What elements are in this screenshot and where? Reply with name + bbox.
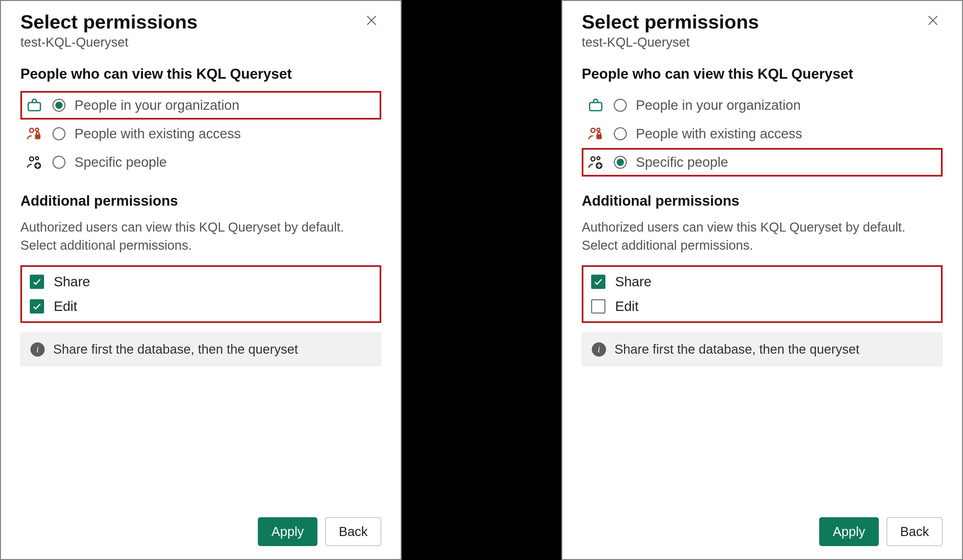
additional-section-desc: Authorized users can view this KQL Query… [20, 218, 381, 254]
option-existing-access[interactable]: People with existing access [20, 120, 381, 148]
back-button[interactable]: Back [887, 517, 943, 546]
svg-point-16 [597, 157, 600, 160]
svg-rect-11 [590, 103, 602, 111]
svg-point-4 [36, 128, 39, 131]
dialog-subtitle: test-KQL-Queryset [582, 35, 759, 50]
info-icon: i [31, 342, 45, 357]
people-add-icon [587, 154, 605, 170]
people-lock-icon [25, 126, 44, 142]
option-people-org[interactable]: People in your organization [20, 91, 381, 120]
option-label: Specific people [636, 154, 728, 170]
close-icon [926, 14, 939, 27]
svg-point-3 [29, 128, 34, 133]
additional-checks: Share Edit [582, 265, 943, 323]
checkbox-input[interactable] [30, 299, 44, 314]
people-section-title: People who can view this KQL Queryset [20, 66, 381, 82]
check-label: Share [54, 274, 90, 290]
radio-input[interactable] [52, 156, 65, 169]
info-text: Share first the database, then the query… [614, 342, 859, 357]
option-label: Specific people [75, 154, 167, 170]
radio-input[interactable] [52, 99, 65, 112]
option-label: People with existing access [636, 126, 802, 142]
additional-checks: Share Edit [20, 265, 381, 323]
dialog-footer: Apply Back [20, 517, 381, 546]
permissions-dialog-left: Select permissions test-KQL-Queryset Peo… [0, 0, 402, 560]
svg-point-12 [591, 128, 595, 133]
dialog-title: Select permissions [582, 11, 759, 33]
svg-point-13 [597, 128, 600, 131]
apply-button[interactable]: Apply [819, 517, 879, 546]
back-button[interactable]: Back [325, 517, 381, 546]
dialog-title: Select permissions [20, 11, 198, 33]
radio-input[interactable] [614, 127, 627, 140]
svg-rect-14 [596, 134, 602, 139]
check-edit[interactable]: Edit [584, 294, 941, 319]
briefcase-icon [587, 97, 605, 113]
info-icon: i [592, 342, 606, 357]
checkbox-input[interactable] [30, 275, 44, 289]
option-existing-access[interactable]: People with existing access [582, 120, 943, 148]
additional-section-title: Additional permissions [582, 193, 943, 209]
svg-rect-5 [35, 134, 41, 139]
svg-point-6 [29, 157, 34, 161]
check-share[interactable]: Share [584, 269, 941, 294]
checkbox-input[interactable] [591, 275, 605, 289]
permissions-dialog-right: Select permissions test-KQL-Queryset Peo… [561, 0, 963, 560]
briefcase-icon [25, 97, 44, 113]
info-banner: i Share first the database, then the que… [582, 333, 943, 366]
close-button[interactable] [362, 11, 381, 30]
radio-input[interactable] [52, 127, 65, 140]
option-label: People with existing access [75, 126, 241, 142]
check-edit[interactable]: Edit [22, 294, 379, 319]
info-banner: i Share first the database, then the que… [20, 333, 381, 366]
radio-input[interactable] [614, 156, 627, 169]
svg-point-15 [591, 157, 595, 161]
close-icon [365, 14, 378, 27]
option-label: People in your organization [636, 97, 801, 113]
info-text: Share first the database, then the query… [53, 342, 298, 357]
check-share[interactable]: Share [22, 269, 379, 294]
people-section-title: People who can view this KQL Queryset [582, 66, 943, 82]
additional-section-desc: Authorized users can view this KQL Query… [582, 218, 943, 254]
people-add-icon [25, 154, 44, 170]
close-button[interactable] [923, 11, 943, 30]
additional-section-title: Additional permissions [20, 193, 381, 209]
svg-rect-2 [28, 103, 41, 111]
panel-gap [402, 0, 538, 560]
dialog-subtitle: test-KQL-Queryset [20, 35, 198, 50]
check-label: Share [615, 274, 652, 290]
option-specific-people[interactable]: Specific people [582, 148, 943, 176]
dialog-footer: Apply Back [582, 517, 943, 546]
svg-point-7 [36, 157, 39, 160]
people-lock-icon [587, 126, 605, 142]
check-label: Edit [615, 299, 639, 314]
option-people-org[interactable]: People in your organization [582, 91, 943, 120]
option-specific-people[interactable]: Specific people [20, 148, 381, 176]
apply-button[interactable]: Apply [258, 517, 318, 546]
people-options: People in your organization People with … [582, 91, 943, 176]
option-label: People in your organization [75, 97, 239, 113]
radio-input[interactable] [614, 99, 627, 112]
checkbox-input[interactable] [591, 299, 605, 314]
people-options: People in your organization People with … [20, 91, 381, 176]
check-label: Edit [54, 299, 77, 314]
